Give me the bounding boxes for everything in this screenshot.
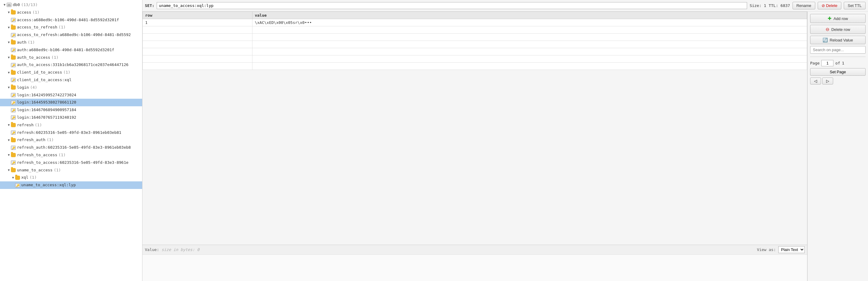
key-icon: 🔑 bbox=[15, 183, 20, 187]
tree-label: access bbox=[17, 9, 31, 16]
key-icon: 🔑 bbox=[11, 131, 16, 135]
folder-icon bbox=[15, 176, 20, 180]
tree-label: uname_to_access:xql:lyp bbox=[21, 182, 76, 188]
set-page-button[interactable]: Set Page bbox=[810, 68, 866, 76]
tree-label: auth:a688ed9c-b106-490d-8481-8d5592d3201… bbox=[17, 47, 114, 53]
tree-key-uname-to-access-xql-lyp[interactable]: 🔑 uname_to_access:xql:lyp bbox=[0, 181, 142, 189]
size-label: Size: 1 bbox=[749, 3, 766, 8]
tree-count: (1) bbox=[28, 39, 35, 46]
tree-key-login-4[interactable]: 🔑 login:1646707657119240192 bbox=[0, 114, 142, 121]
tree-label: refresh bbox=[17, 122, 34, 129]
value-textarea[interactable] bbox=[143, 255, 807, 281]
tree-count: (1) bbox=[47, 137, 54, 143]
delete-icon: ⊘ bbox=[822, 3, 825, 8]
col-header-value: value bbox=[252, 12, 807, 19]
rename-button[interactable]: Rename bbox=[793, 2, 815, 9]
sidebar-item-xql[interactable]: ▼ xql (1) bbox=[0, 174, 142, 181]
page-input[interactable] bbox=[821, 60, 833, 66]
sidebar-item-refresh-to-access[interactable]: ▼ refresh_to_access (1) bbox=[0, 151, 142, 159]
tree-key-login-1[interactable]: 🔑 login:1642459952742273024 bbox=[0, 92, 142, 99]
total-pages: 1 bbox=[842, 61, 844, 65]
tree-label: access_to_refresh bbox=[17, 24, 57, 31]
of-label: of bbox=[835, 61, 840, 65]
tree-key-refresh[interactable]: 🔑 refresh:60235316-5e05-49fd-83e3-8961eb… bbox=[0, 129, 142, 137]
add-icon: ✚ bbox=[828, 16, 832, 21]
tree-key-auth[interactable]: 🔑 auth:a688ed9c-b106-490d-8481-8d5592d32… bbox=[0, 46, 142, 54]
sidebar-item-refresh-auth[interactable]: ▼ refresh_auth (1) bbox=[0, 136, 142, 144]
add-row-button[interactable]: ✚ Add row bbox=[810, 14, 866, 23]
sidebar-item-access-to-refresh[interactable]: ▼ access_to_refresh (1) bbox=[0, 24, 142, 31]
tree-label: login:1644595380278661120 bbox=[17, 99, 76, 106]
tree-label: access:a688ed9c-b106-490d-8481-8d5592d32… bbox=[17, 17, 119, 23]
table-row[interactable]: 1 \xAC\xED\x00\x05sr\x0••• bbox=[143, 19, 807, 26]
tree-label: xql bbox=[21, 174, 28, 181]
right-sidebar: ✚ Add row ⊖ Delete row 🔄 Reload Value Pa… bbox=[807, 11, 868, 281]
table-container[interactable]: row value 1 \xAC\xED\x00\x05sr\x0••• bbox=[143, 11, 807, 245]
folder-icon bbox=[11, 71, 16, 75]
tree-label: uname_to_access bbox=[17, 167, 53, 174]
tree-key-refresh-to-access[interactable]: 🔑 refresh_to_access:60235316-5e05-49fd-8… bbox=[0, 159, 142, 167]
sidebar-item-login[interactable]: ▼ login (4) bbox=[0, 84, 142, 92]
set-ttl-button[interactable]: Set TTL bbox=[844, 2, 866, 9]
view-as-label: View as: bbox=[757, 247, 776, 252]
page-label: Page bbox=[810, 61, 819, 65]
tree-key-access[interactable]: 🔑 access:a688ed9c-b106-490d-8481-8d5592d… bbox=[0, 16, 142, 24]
key-icon: 🔑 bbox=[11, 33, 16, 37]
key-icon: 🔑 bbox=[11, 161, 16, 165]
delete-button[interactable]: ⊘ Delete bbox=[818, 2, 841, 9]
sidebar-item-refresh[interactable]: ▼ refresh (1) bbox=[0, 121, 142, 129]
key-icon: 🔑 bbox=[11, 108, 16, 112]
tree-count: (1) bbox=[32, 9, 39, 16]
table-row-empty-2 bbox=[143, 34, 807, 41]
folder-icon bbox=[11, 85, 16, 90]
tree-label: auth_to_access bbox=[17, 55, 50, 61]
reload-icon: 🔄 bbox=[823, 38, 828, 42]
sidebar-item-client-id-to-access[interactable]: ▼ client_id_to_access (1) bbox=[0, 69, 142, 76]
tree-key-auth-to-access[interactable]: 🔑 auth_to_access:331b1cb6a32068171ce2037… bbox=[0, 61, 142, 69]
tree-label: refresh_to_access bbox=[17, 152, 57, 159]
search-input[interactable] bbox=[810, 46, 866, 54]
db-icon: db bbox=[7, 3, 11, 7]
table-row-empty-4 bbox=[143, 48, 807, 56]
tree-count: (1) bbox=[52, 55, 59, 61]
tree-toggle-root[interactable]: ▼ bbox=[2, 2, 7, 7]
folder-icon bbox=[11, 10, 16, 14]
sidebar-item-auth[interactable]: ▼ auth (1) bbox=[0, 39, 142, 46]
prev-page-button[interactable]: ◁ bbox=[810, 77, 821, 84]
data-table: row value 1 \xAC\xED\x00\x05sr\x0••• bbox=[143, 11, 807, 70]
tree-count: (4) bbox=[30, 84, 37, 91]
divider bbox=[810, 57, 866, 57]
tree-label: client_id_to_access:xql bbox=[17, 77, 71, 83]
tree-label: refresh:60235316-5e05-49fd-83e3-8961eb03… bbox=[17, 130, 121, 136]
sidebar-item-access[interactable]: ▼ access (1) bbox=[0, 9, 142, 16]
sidebar-item-uname-to-access[interactable]: ▼ uname_to_access (1) bbox=[0, 167, 142, 174]
reload-value-button[interactable]: 🔄 Reload Value bbox=[810, 36, 866, 44]
sidebar-item-auth-to-access[interactable]: ▼ auth_to_access (1) bbox=[0, 54, 142, 62]
tree-key-access-to-refresh[interactable]: 🔑 access_to_refresh:a688ed9c-b106-490d-8… bbox=[0, 31, 142, 39]
ttl-label: TTL: 6837 bbox=[769, 3, 790, 8]
tree-label: auth bbox=[17, 39, 26, 46]
key-input[interactable] bbox=[157, 2, 747, 9]
folder-icon bbox=[11, 153, 16, 157]
table-row-empty-5 bbox=[143, 56, 807, 63]
key-icon: 🔑 bbox=[11, 93, 16, 97]
folder-icon bbox=[11, 138, 16, 142]
tree-label: refresh_auth bbox=[17, 137, 45, 143]
next-page-button[interactable]: ▷ bbox=[822, 77, 833, 84]
tree-label: refresh_auth:60235316-5e05-49fd-83e3-896… bbox=[17, 144, 131, 151]
tree-key-login-3[interactable]: 🔑 login:1646706894900957184 bbox=[0, 106, 142, 114]
tree-root-db[interactable]: ▼ db db0 (13/13) bbox=[0, 1, 142, 9]
tree-label: login bbox=[17, 84, 29, 91]
tree-key-login-2[interactable]: 🔑 login:1644595380278661120 bbox=[0, 99, 142, 106]
key-icon: 🔑 bbox=[11, 78, 16, 82]
tree-key-client-id-to-access[interactable]: 🔑 client_id_to_access:xql bbox=[0, 76, 142, 84]
pagination-area: Page of 1 bbox=[810, 60, 866, 66]
tree-count: (1) bbox=[54, 167, 61, 174]
value-size-hint: size in bytes: 0 bbox=[161, 247, 199, 252]
tree-key-refresh-auth[interactable]: 🔑 refresh_auth:60235316-5e05-49fd-83e3-8… bbox=[0, 144, 142, 151]
tree-label: refresh_to_access:60235316-5e05-49fd-83e… bbox=[17, 160, 128, 166]
delete-row-button[interactable]: ⊖ Delete row bbox=[810, 25, 866, 34]
folder-icon bbox=[11, 168, 16, 172]
view-as-select[interactable]: Plain Text JSON Hex Binary Msgpack bbox=[778, 246, 805, 253]
cell-row: 1 bbox=[143, 19, 252, 26]
